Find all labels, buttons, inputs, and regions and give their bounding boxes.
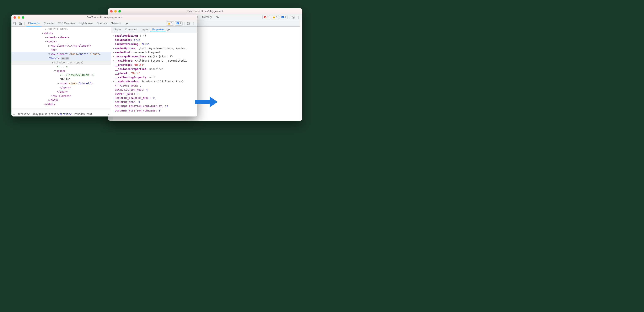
dom-node[interactable]: ▼<span> xyxy=(12,69,111,73)
minimize-dot[interactable] xyxy=(114,10,117,13)
property-value: 4 xyxy=(146,88,148,91)
tabs-overflow-icon[interactable]: ≫ xyxy=(124,22,130,25)
minimize-dot[interactable] xyxy=(18,16,20,19)
tab-elements[interactable]: Elements xyxy=(26,20,42,26)
property-value: 11 xyxy=(152,96,156,100)
dom-node[interactable]: ▶<head>…</head> xyxy=(12,35,111,40)
property-value: undefined xyxy=(149,67,164,71)
inspect-icon[interactable] xyxy=(13,21,17,26)
issues-badge[interactable]: 1 xyxy=(175,22,182,26)
separator xyxy=(24,22,24,25)
breadcrumb[interactable]: #shadow-root xyxy=(74,112,92,115)
gutter-more-icon[interactable]: ⋯ xyxy=(12,52,14,56)
tab-css-overview[interactable]: CSS Overview xyxy=(56,20,78,26)
property-row[interactable]: DOCUMENT_POSITION_CONTAINED_BY: 16 xyxy=(111,104,197,109)
property-row[interactable]: isUpdatePending: false xyxy=(111,42,197,46)
tab-lighthouse[interactable]: Lighthouse xyxy=(77,20,95,26)
tab-memory[interactable]: Memory xyxy=(200,14,214,20)
property-row[interactable]: __greeting: "Hello" xyxy=(111,63,197,67)
zoom-dot[interactable] xyxy=(118,10,121,13)
property-row[interactable]: CDATA_SECTION_NODE: 4 xyxy=(111,88,197,92)
scrollbar-horizontal[interactable] xyxy=(12,109,111,111)
property-key: DOCUMENT_FRAGMENT_NODE xyxy=(115,96,149,100)
expand-triangle-icon[interactable]: ▶ xyxy=(113,79,115,84)
property-row[interactable]: ▶renderRoot: document-fragment xyxy=(111,50,197,55)
scrollbar[interactable] xyxy=(300,20,302,121)
side-tab-computed[interactable]: Computed xyxy=(123,28,139,31)
dom-node[interactable]: ▶<span class="planet">… xyxy=(12,81,111,85)
zoom-dot[interactable] xyxy=(22,16,24,19)
dom-node[interactable]: <hr> xyxy=(12,48,111,52)
dom-node[interactable]: </span> xyxy=(12,85,111,90)
dom-node[interactable]: </html> xyxy=(12,102,111,106)
property-row[interactable]: DOCUMENT_NODE: 9 xyxy=(111,100,197,104)
expand-triangle-icon[interactable]: ▶ xyxy=(113,46,115,50)
breadcrumb[interactable]: playground-preview#preview xyxy=(32,112,72,115)
side-tabs-overflow-icon[interactable]: ≫ xyxy=(166,28,172,32)
dom-text[interactable]: "Hello" xyxy=(12,77,111,81)
property-row[interactable]: __planet: "Mars" xyxy=(111,71,197,75)
expand-triangle-icon[interactable]: ▶ xyxy=(113,34,115,38)
dom-comment[interactable]: <!--?lit$927534869$--> xyxy=(12,73,111,77)
property-row[interactable]: ▶_$changedProperties: Map(0) {size: 0} xyxy=(111,55,197,59)
property-row[interactable]: ▶renderOptions: {host: my-element.mars, … xyxy=(111,46,197,50)
dom-node[interactable]: ▼<html> xyxy=(12,31,111,35)
property-row[interactable]: ▶enableUpdating: f () xyxy=(111,34,197,38)
tabs-overflow-icon[interactable]: ≫ xyxy=(215,15,220,19)
property-row[interactable]: ATTRIBUTE_NODE: 2 xyxy=(111,84,197,88)
svg-rect-13 xyxy=(20,23,22,25)
dom-node-selected-cont[interactable]: "Mars"> == $0 xyxy=(12,56,111,61)
device-toggle-icon[interactable] xyxy=(18,21,23,26)
dom-node[interactable]: ▶<my-element>…</my-element> xyxy=(12,44,111,48)
dom-node[interactable]: </span> xyxy=(12,90,111,94)
errors-badge[interactable]: 1 xyxy=(262,15,270,19)
side-tab-properties[interactable]: Properties xyxy=(150,28,166,31)
tab-console[interactable]: Console xyxy=(42,20,56,26)
properties-list[interactable]: ▶enableUpdating: f ()hasUpdated: trueisU… xyxy=(111,33,197,116)
property-key: ATTRIBUTE_NODE xyxy=(115,84,137,87)
property-key: DOCUMENT_POSITION_CONTAINS xyxy=(115,109,156,112)
breadcrumb[interactable]: dPreview xyxy=(18,112,30,115)
dom-node-selected[interactable]: ⋯ ▼<my-element class="mars" planet= xyxy=(12,52,111,56)
property-value: 8 xyxy=(137,92,138,95)
property-row[interactable]: COMMENT_NODE: 8 xyxy=(111,92,197,96)
dom-node[interactable]: <!DOCTYPE html> xyxy=(12,27,111,31)
titlebar: DevTools - lit.dev/playground/ xyxy=(108,8,302,14)
side-panel: Styles Computed Layout Properties ≫ ▶ena… xyxy=(111,27,197,116)
expand-triangle-icon[interactable]: ▶ xyxy=(113,50,115,55)
expand-triangle-icon[interactable]: ▶ xyxy=(113,59,115,63)
property-row[interactable]: DOCUMENT_POSITION_CONTAINS: 8 xyxy=(111,109,197,113)
tab-network[interactable]: Network xyxy=(109,20,123,26)
dom-node[interactable]: </my-element> xyxy=(12,94,111,98)
warnings-badge[interactable]: 3 xyxy=(271,15,279,19)
side-tab-layout[interactable]: Layout xyxy=(139,28,150,31)
property-row[interactable]: ▶__childPart: ChildPart {type: 2, _$comm… xyxy=(111,59,197,63)
close-dot[interactable] xyxy=(110,10,112,13)
svg-point-10 xyxy=(298,18,299,18)
settings-icon[interactable] xyxy=(186,21,191,26)
kebab-menu-icon[interactable] xyxy=(296,15,301,20)
issues-icon xyxy=(281,16,284,19)
issues-badge[interactable]: 1 xyxy=(280,15,288,19)
property-row[interactable]: DOCUMENT_FRAGMENT_NODE: 11 xyxy=(111,96,197,100)
tab-sources[interactable]: Sources xyxy=(95,20,109,26)
dom-shadow-root[interactable]: ▼#shadow-root (open) xyxy=(12,61,111,65)
dom-node[interactable]: ▼<body> xyxy=(12,40,111,44)
issues-count: 1 xyxy=(284,16,286,19)
property-value: "Mars" xyxy=(130,72,140,75)
property-row[interactable]: ▶__updatePromise: Promise {<fulfilled>: … xyxy=(111,79,197,84)
breadcrumbs-overflow-left-icon[interactable]: … xyxy=(13,112,14,115)
property-row[interactable]: __reflectingProperty: null xyxy=(111,75,197,79)
settings-icon[interactable] xyxy=(291,15,296,20)
close-dot[interactable] xyxy=(14,16,16,19)
warnings-badge[interactable]: 3 xyxy=(166,22,174,26)
dom-node[interactable]: </body> xyxy=(12,98,111,102)
property-row[interactable]: hasUpdated: true xyxy=(111,38,197,42)
dom-tree[interactable]: <!DOCTYPE html> ▼<html> ▶<head>…</head> … xyxy=(12,27,111,109)
property-row[interactable]: __instanceProperties: undefined xyxy=(111,67,197,71)
side-tab-styles[interactable]: Styles xyxy=(112,28,123,31)
kebab-menu-icon[interactable] xyxy=(192,21,196,26)
breadcrumbs-overflow-right-icon[interactable]: … xyxy=(108,112,109,115)
dom-comment[interactable]: <!----> xyxy=(12,65,111,69)
expand-triangle-icon[interactable]: ▶ xyxy=(113,55,115,59)
